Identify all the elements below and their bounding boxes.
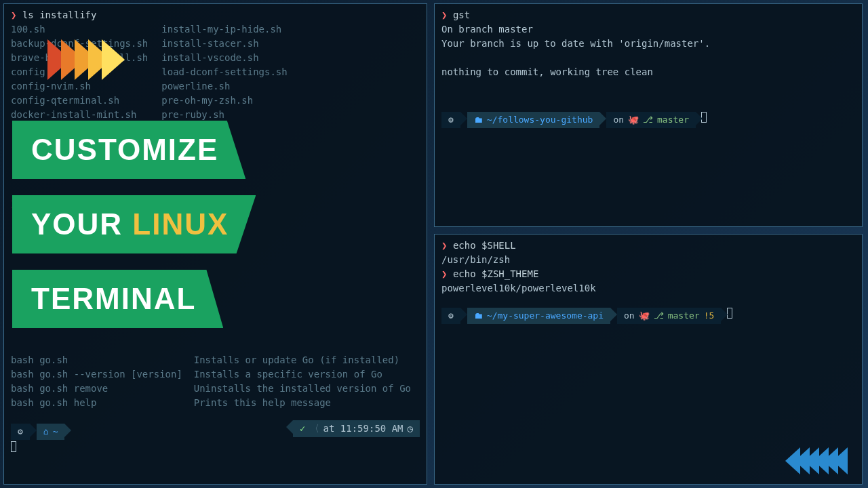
git-segment: on 🐙 ⎇ master bbox=[606, 112, 696, 128]
echo-shell-line: ❯ echo $SHELL bbox=[441, 239, 855, 253]
os-segment: ⚙ bbox=[441, 112, 460, 128]
folder-icon: 🖿 bbox=[474, 309, 483, 323]
on-text: on bbox=[624, 309, 635, 323]
powerlevel10k-prompt: ⚙ 🖿 ~/my-super-awesome-api on 🐙 ⎇ master… bbox=[441, 308, 721, 324]
banner-terminal: TERMINAL bbox=[12, 270, 223, 328]
dirty-indicator: !5 bbox=[704, 309, 715, 323]
folder-icon: 🖿 bbox=[474, 113, 483, 127]
terminal-cursor bbox=[11, 441, 16, 452]
git-status-line1: On branch master bbox=[441, 22, 855, 37]
ubuntu-icon: ⚙ bbox=[448, 309, 454, 323]
home-path: ~ bbox=[53, 425, 58, 439]
clock-text: at 11:59:50 AM bbox=[323, 422, 403, 436]
ls-command-line: ❯ ls installify bbox=[11, 8, 420, 22]
path-text: ~/follows-you-github bbox=[487, 113, 593, 127]
echo-shell-command: echo $SHELL bbox=[453, 240, 516, 251]
banner-your-linux: YOUR LINUX bbox=[12, 195, 256, 253]
branch-name: master bbox=[668, 309, 700, 323]
echo-theme-command: echo $ZSH_THEME bbox=[453, 268, 538, 279]
clock-icon: ◷ bbox=[408, 422, 413, 436]
os-segment: ⚙ bbox=[11, 424, 30, 440]
on-text: on bbox=[613, 113, 624, 127]
git-segment: on 🐙 ⎇ master !5 bbox=[617, 308, 721, 324]
terminal-top-right-pane[interactable]: ❯ gst On branch master Your branch is up… bbox=[434, 3, 863, 227]
path-segment: 🖿 ~/my-super-awesome-api bbox=[467, 308, 610, 324]
prompt-symbol: ❯ bbox=[11, 9, 16, 20]
ubuntu-icon: ⚙ bbox=[448, 113, 454, 127]
home-segment: ⌂ ~ bbox=[37, 424, 65, 440]
prompt-symbol: ❯ bbox=[441, 9, 447, 20]
banner-your: YOUR bbox=[31, 207, 132, 241]
git-status-line3: nothing to commit, working tree clean bbox=[441, 65, 855, 79]
chevrons-bottom-decoration bbox=[791, 447, 848, 474]
banner-linux: LINUX bbox=[132, 207, 229, 241]
prompt-symbol: ❯ bbox=[441, 268, 447, 279]
branch-name: master bbox=[657, 113, 689, 127]
help-output-table: bash go.sh Installs or update Go (if ins… bbox=[11, 353, 420, 410]
os-segment: ⚙ bbox=[441, 308, 460, 324]
ubuntu-icon: ⚙ bbox=[18, 425, 23, 439]
github-icon: 🐙 bbox=[639, 309, 650, 323]
git-branch-icon: ⎇ bbox=[654, 309, 664, 323]
chevrons-top-decoration bbox=[47, 39, 115, 80]
gst-command: gst bbox=[453, 9, 470, 20]
path-segment: 🖿 ~/follows-you-github bbox=[467, 112, 600, 128]
git-status-line2: Your branch is up to date with 'origin/m… bbox=[441, 37, 855, 51]
path-text: ~/my-super-awesome-api bbox=[487, 309, 604, 323]
check-icon: ✓ bbox=[300, 422, 305, 436]
powerlevel10k-prompt: ⚙ 🖿 ~/follows-you-github on 🐙 ⎇ master bbox=[441, 112, 696, 128]
echo-theme-line: ❯ echo $ZSH_THEME bbox=[441, 267, 855, 281]
ls-command: ls installify bbox=[22, 9, 97, 20]
banner-customize: CUSTOMIZE bbox=[12, 121, 245, 179]
gst-command-line: ❯ gst bbox=[441, 8, 855, 22]
home-icon: ⌂ bbox=[43, 425, 49, 439]
powerlevel10k-left-prompt: ⚙ ⌂ ~ bbox=[11, 424, 64, 440]
github-icon: 🐙 bbox=[628, 113, 639, 127]
powerlevel10k-right-prompt: ✓ 〈 at 11:59:50 AM ◷ bbox=[293, 420, 420, 437]
theme-output: powerlevel10k/powerlevel10k bbox=[441, 281, 855, 296]
prompt-symbol: ❯ bbox=[441, 240, 447, 251]
shell-output: /usr/bin/zsh bbox=[441, 253, 855, 267]
git-branch-icon: ⎇ bbox=[643, 113, 653, 127]
